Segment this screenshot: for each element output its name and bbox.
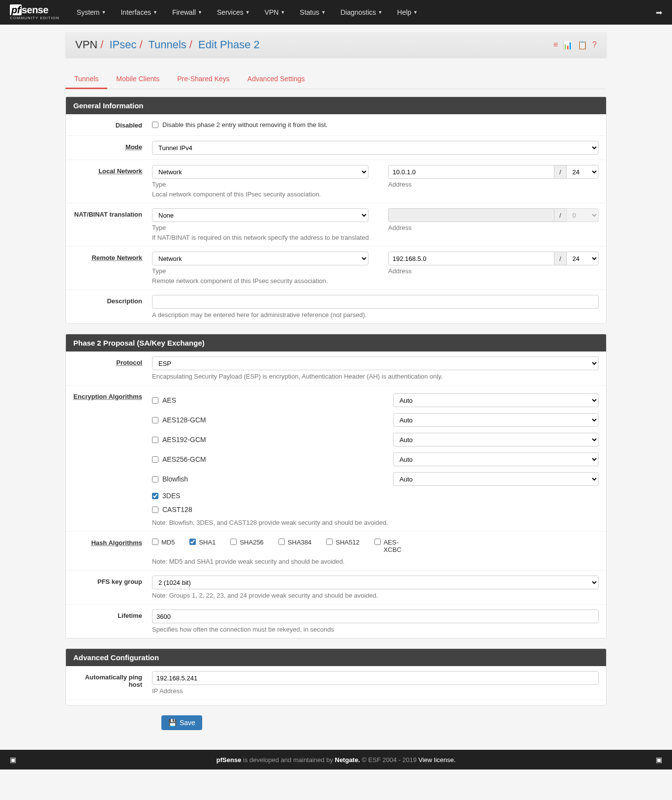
caret-icon: ▼	[378, 10, 382, 15]
disabled-help: Disable this phase 2 entry without remov…	[162, 121, 328, 128]
save-icon: 💾	[168, 719, 177, 727]
disabled-checkbox[interactable]	[152, 122, 158, 128]
hash-sha512-cb[interactable]	[326, 539, 333, 545]
remote-type-sublabel: Type	[152, 267, 368, 275]
desc-input[interactable]	[152, 295, 599, 309]
tab-tunnels[interactable]: Tunnels	[65, 70, 107, 89]
enc-aes-select[interactable]: Auto	[393, 393, 599, 407]
lifetime-input[interactable]	[152, 609, 599, 623]
breadcrumb-tunnels[interactable]: Tunnels	[148, 38, 186, 51]
enc-aes192gcm-label: AES192-GCM	[162, 436, 206, 444]
footer-brand: pfSense	[216, 756, 242, 764]
slash-sep: /	[554, 252, 566, 265]
panel-heading-advanced: Advanced Configuration	[66, 649, 606, 666]
label-lifetime: Lifetime	[73, 609, 152, 619]
nav-diagnostics[interactable]: Diagnostics▼	[333, 8, 390, 16]
footer-license-link[interactable]: View license.	[419, 756, 456, 764]
tab-psk[interactable]: Pre-Shared Keys	[168, 70, 239, 89]
local-mask-select[interactable]: 24	[566, 165, 599, 179]
hash-md5-cb[interactable]	[152, 539, 158, 545]
enc-3des-cb[interactable]	[152, 493, 158, 499]
nav-interfaces[interactable]: Interfaces▼	[113, 8, 164, 16]
local-type-select[interactable]: Network	[152, 165, 368, 179]
footer-mid2: © ESF 2004 - 2019	[360, 756, 419, 764]
label-desc: Description	[73, 295, 152, 305]
breadcrumb-edit[interactable]: Edit Phase 2	[198, 38, 260, 51]
enc-aes256gcm-select[interactable]: Auto	[393, 452, 599, 466]
nat-help: If NAT/BINAT is required on this network…	[152, 234, 599, 241]
breadcrumb-root: VPN	[75, 38, 97, 51]
local-net-help: Local network component of this IPsec se…	[152, 191, 599, 198]
tab-mobile-clients[interactable]: Mobile Clients	[107, 70, 168, 89]
nav-status[interactable]: Status▼	[292, 8, 333, 16]
footer: ▣ pfSense is developed and maintained by…	[0, 750, 672, 769]
enc-aes-cb[interactable]	[152, 397, 158, 404]
hash-sha256-cb[interactable]	[230, 539, 237, 545]
desc-help: A description may be entered here for ad…	[152, 311, 599, 319]
nat-type-select[interactable]: None	[152, 208, 368, 222]
nav-help[interactable]: Help▼	[390, 8, 425, 16]
label-mode: Mode	[73, 141, 152, 151]
hash-sha512-label: SHA512	[336, 539, 359, 546]
local-addr-input[interactable]	[388, 165, 554, 179]
hash-aesxcbc-cb[interactable]	[374, 539, 381, 545]
brand-logo[interactable]: pfsense COMMUNITY EDITION	[10, 4, 60, 20]
pinghost-input[interactable]	[152, 671, 599, 685]
log-icon[interactable]: 📋	[578, 40, 587, 50]
lifetime-help: Specifies how often the connection must …	[152, 626, 599, 633]
enc-aes256gcm-cb[interactable]	[152, 456, 158, 463]
nav-menu: System▼ Interfaces▼ Firewall▼ Services▼ …	[69, 8, 656, 16]
local-addr-sublabel: Address	[388, 181, 599, 188]
navbar: pfsense COMMUNITY EDITION System▼ Interf…	[0, 0, 672, 25]
remote-addr-input[interactable]	[388, 252, 554, 265]
nav-firewall[interactable]: Firewall▼	[165, 8, 210, 16]
nav-services[interactable]: Services▼	[210, 8, 257, 16]
enc-blowfish-cb[interactable]	[152, 476, 158, 482]
caret-icon: ▼	[280, 10, 285, 15]
footer-mid1: is developed and maintained by	[241, 756, 335, 764]
caret-icon: ▼	[321, 10, 326, 15]
mode-select[interactable]: Tunnel IPv4	[152, 141, 599, 155]
save-label: Save	[180, 719, 195, 727]
breadcrumb: VPN/ IPsec/ Tunnels/ Edit Phase 2	[75, 38, 553, 51]
enc-note: Note: Blowfish, 3DES, and CAST128 provid…	[152, 519, 599, 526]
hash-sha1-cb[interactable]	[189, 539, 196, 545]
hash-sha1-label: SHA1	[199, 539, 215, 546]
panel-heading-general: General Information	[66, 97, 606, 114]
breadcrumb-ipsec[interactable]: IPsec	[110, 38, 137, 51]
stats-icon[interactable]: 📊	[563, 40, 573, 50]
help-icon[interactable]: ?	[592, 40, 597, 50]
scroll-top-icon-2[interactable]: ▣	[656, 756, 662, 764]
nav-vpn[interactable]: VPN▼	[257, 8, 293, 16]
label-pfs: PFS key group	[73, 576, 152, 585]
save-button[interactable]: 💾 Save	[161, 715, 202, 730]
label-nat: NAT/BINAT translation	[73, 208, 152, 218]
remote-mask-select[interactable]: 24	[566, 252, 599, 265]
enc-cast128-cb[interactable]	[152, 507, 158, 513]
pfs-note: Note: Groups 1, 2, 22, 23, and 24 provid…	[152, 592, 599, 599]
settings-icon[interactable]: ≡	[553, 40, 558, 50]
panel-general: General Information Disabled Disable thi…	[65, 96, 607, 324]
logout-icon[interactable]: ➡	[656, 8, 662, 17]
caret-icon: ▼	[153, 10, 157, 15]
remote-type-select[interactable]: Network	[152, 252, 368, 265]
enc-cast128-label: CAST128	[162, 506, 192, 513]
label-protocol: Protocol	[73, 356, 152, 366]
tab-advanced[interactable]: Advanced Settings	[239, 70, 314, 89]
scroll-top-icon[interactable]: ▣	[10, 756, 16, 764]
enc-aes128gcm-select[interactable]: Auto	[393, 413, 599, 427]
nav-system[interactable]: System▼	[69, 8, 114, 16]
label-pinghost: Automatically ping host	[73, 671, 152, 688]
enc-blowfish-select[interactable]: Auto	[393, 472, 599, 486]
label-remote-net: Remote Network	[73, 252, 152, 261]
hash-sha384-cb[interactable]	[278, 539, 285, 545]
enc-aes192gcm-select[interactable]: Auto	[393, 433, 599, 447]
enc-aes128gcm-cb[interactable]	[152, 417, 158, 423]
pfs-select[interactable]: 2 (1024 bit)	[152, 576, 599, 589]
label-disabled: Disabled	[73, 119, 152, 129]
protocol-select[interactable]: ESP	[152, 356, 599, 370]
panel-advanced: Advanced Configuration Automatically pin…	[65, 648, 607, 705]
nat-addr-input	[388, 208, 554, 222]
enc-blowfish-label: Blowfish	[162, 475, 188, 483]
enc-aes192gcm-cb[interactable]	[152, 437, 158, 443]
